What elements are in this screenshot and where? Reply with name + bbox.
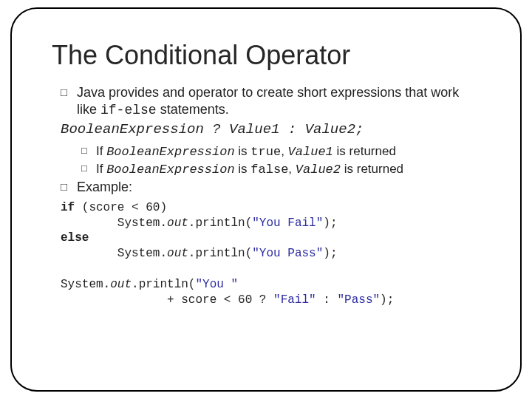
slide-body: □ Java provides and operator to create s…	[61, 84, 482, 307]
bullet-example: □ Example:	[61, 179, 482, 196]
s1-val: true	[250, 145, 281, 159]
syntax-line: BooleanExpression ? Value1 : Value2;	[61, 121, 482, 139]
c7a: + score < 60 ?	[61, 293, 273, 307]
square-bullet-icon: □	[81, 145, 87, 157]
c4d: "You Pass"	[252, 247, 323, 260]
c2d: "You Fail"	[252, 216, 323, 230]
c2c: .println(	[188, 216, 252, 230]
c7c: :	[316, 293, 338, 307]
c4c: .println(	[188, 247, 252, 260]
c6a: System.	[61, 278, 110, 291]
c6b: out	[110, 278, 132, 291]
intro-code: if-else	[100, 103, 157, 117]
c2b: out	[167, 216, 188, 230]
s2-post: is returned	[341, 162, 403, 176]
c6c: .println(	[132, 278, 195, 291]
s2-val: false	[250, 163, 288, 177]
c2e: );	[323, 216, 337, 230]
s2-ret: Value2	[296, 163, 341, 177]
square-bullet-icon: □	[61, 180, 67, 194]
s1-ret: Value1	[288, 145, 333, 159]
square-bullet-icon: □	[61, 86, 67, 100]
s2-mid2: ,	[288, 162, 295, 176]
sub-bullet-true: □If BooleanExpression is true, Value1 is…	[81, 143, 482, 160]
c7d: "Pass"	[337, 293, 380, 307]
c4e: );	[323, 247, 337, 260]
s2-pre: If	[96, 162, 106, 176]
bullet-intro: □ Java provides and operator to create s…	[61, 84, 482, 118]
c2a: System.	[61, 216, 167, 230]
s1-expr: BooleanExpression	[106, 145, 234, 159]
c7e: );	[380, 293, 394, 307]
s1-pre: If	[96, 144, 106, 158]
code-block: if (score < 60) System.out.println("You …	[61, 200, 482, 308]
s2-expr: BooleanExpression	[106, 163, 234, 177]
s1-mid: is	[235, 144, 251, 158]
s1-mid2: ,	[281, 144, 287, 158]
c4b: out	[167, 247, 188, 260]
slide: The Conditional Operator □ Java provides…	[0, 0, 532, 399]
c7b: "Fail"	[273, 293, 316, 307]
example-label: Example:	[77, 180, 132, 194]
sub-bullets: □If BooleanExpression is true, Value1 is…	[81, 143, 482, 178]
c1b: (score < 60)	[75, 201, 167, 214]
square-bullet-icon: □	[81, 163, 87, 174]
kw-if: if	[61, 201, 75, 214]
slide-title: The Conditional Operator	[52, 40, 497, 71]
c6d: "You "	[195, 278, 238, 291]
c4a: System.	[61, 247, 167, 260]
s2-mid: is	[235, 162, 251, 176]
kw-else: else	[61, 231, 89, 245]
intro-text-post: statements.	[157, 102, 229, 117]
sub-bullet-false: □If BooleanExpression is false, Value2 i…	[81, 161, 482, 177]
s1-post: is returned	[333, 144, 396, 158]
